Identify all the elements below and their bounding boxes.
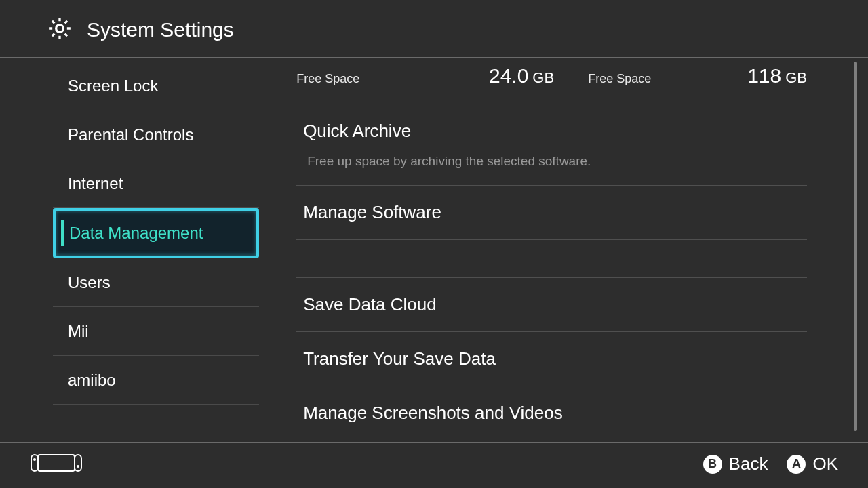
item-save-data-cloud[interactable]: Save Data Cloud xyxy=(296,278,807,332)
item-title: Save Data Cloud xyxy=(296,278,807,331)
item-manage-software[interactable]: Manage Software xyxy=(296,186,807,240)
storage-unit: GB xyxy=(785,69,807,87)
item-title: Manage Software xyxy=(296,186,807,239)
item-subtitle: Free up space by archiving the selected … xyxy=(296,147,807,185)
sidebar: Screen Lock Parental Controls Internet D… xyxy=(0,58,259,442)
item-quick-archive[interactable]: Quick Archive Free up space by archiving… xyxy=(296,104,807,186)
ok-button[interactable]: A OK xyxy=(787,453,838,474)
storage-value: 118 xyxy=(747,64,781,87)
b-glyph-icon: B xyxy=(703,455,722,474)
sidebar-item-label: Mii xyxy=(68,322,89,341)
controller-icon xyxy=(30,453,83,476)
sidebar-item-label: amiibo xyxy=(68,371,116,390)
storage-system: Free Space 24.0 GB xyxy=(296,64,554,87)
sidebar-item-internet[interactable]: Internet xyxy=(53,159,259,208)
sidebar-item-parental-controls[interactable]: Parental Controls xyxy=(53,110,259,159)
item-transfer-save-data[interactable]: Transfer Your Save Data xyxy=(296,332,807,386)
storage-row: Free Space 24.0 GB Free Space 118 GB xyxy=(296,58,807,104)
sidebar-item-label: Data Management xyxy=(69,224,203,243)
sidebar-item-label: Users xyxy=(68,273,111,292)
sidebar-item-label: Screen Lock xyxy=(68,77,158,96)
item-manage-screenshots[interactable]: Manage Screenshots and Videos xyxy=(296,386,807,440)
svg-rect-1 xyxy=(38,455,75,471)
svg-rect-3 xyxy=(75,455,81,471)
svg-point-5 xyxy=(77,465,79,468)
sidebar-item-mii[interactable]: Mii xyxy=(53,307,259,356)
item-title: Transfer Your Save Data xyxy=(296,332,807,386)
storage-value: 24.0 xyxy=(489,64,528,87)
item-title: Manage Screenshots and Videos xyxy=(296,386,807,440)
sidebar-item-label: Internet xyxy=(68,174,123,193)
svg-point-4 xyxy=(33,458,36,461)
svg-point-0 xyxy=(56,25,64,33)
storage-label: Free Space xyxy=(588,72,747,86)
back-button[interactable]: B Back xyxy=(703,453,768,474)
gear-icon xyxy=(46,15,73,45)
main: Screen Lock Parental Controls Internet D… xyxy=(0,58,868,442)
storage-sd: Free Space 118 GB xyxy=(554,64,807,87)
storage-label: Free Space xyxy=(296,72,449,86)
a-glyph-icon: A xyxy=(787,455,806,474)
svg-rect-2 xyxy=(31,455,38,471)
sidebar-item-data-management[interactable]: Data Management xyxy=(53,208,259,258)
page-title: System Settings xyxy=(87,18,234,41)
sidebar-item-screen-lock[interactable]: Screen Lock xyxy=(53,62,259,110)
sidebar-item-amiibo[interactable]: amiibo xyxy=(53,356,259,405)
ok-label: OK xyxy=(812,453,838,474)
storage-unit: GB xyxy=(532,69,554,87)
sidebar-item-users[interactable]: Users xyxy=(53,258,259,307)
content: Free Space 24.0 GB Free Space 118 GB Qui… xyxy=(259,58,868,442)
footer: B Back A OK xyxy=(0,442,868,485)
sidebar-item-label: Parental Controls xyxy=(68,125,193,144)
back-label: Back xyxy=(729,453,768,474)
header: System Settings xyxy=(0,0,868,58)
section-gap xyxy=(296,240,807,278)
scrollbar[interactable] xyxy=(854,62,857,431)
item-title: Quick Archive xyxy=(296,104,807,147)
